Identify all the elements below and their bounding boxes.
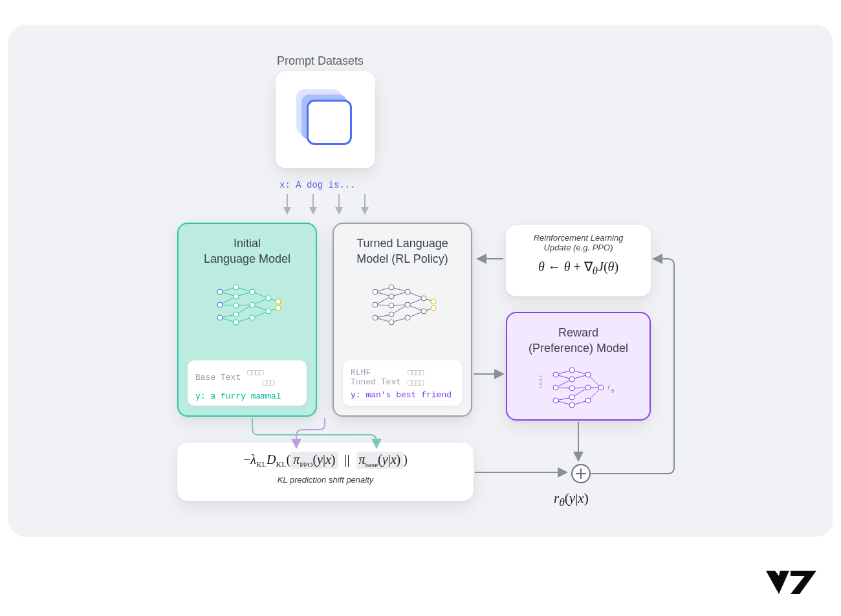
diagram-canvas: Prompt Datasets x: A dog is... Initial L… [8,25,833,537]
v7-logo-icon [765,567,818,598]
arrows-layer [8,25,833,537]
